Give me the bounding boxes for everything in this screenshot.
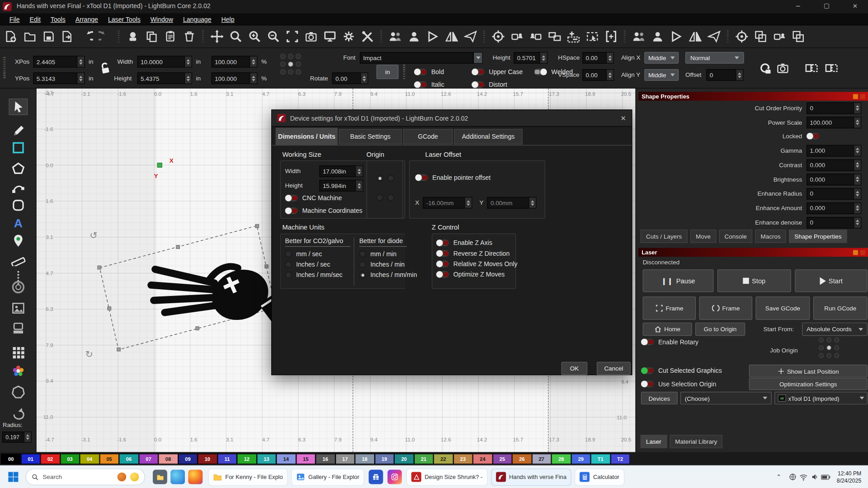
property-spinner[interactable] <box>854 216 861 228</box>
radius-spinner[interactable] <box>24 432 32 442</box>
cut-selected-graphics-toggle[interactable]: Cut Selected Graphics <box>641 367 722 374</box>
position-pin-tool[interactable] <box>9 232 28 249</box>
upper-case-toggle[interactable]: Upper Case <box>472 69 523 75</box>
ypos-field[interactable]: 5.3143 <box>33 72 77 84</box>
layer-color-chip[interactable]: 26 <box>512 454 532 464</box>
stop-button[interactable]: Stop <box>717 269 791 292</box>
job-origin-grid[interactable] <box>819 338 839 358</box>
selection-handle[interactable] <box>98 266 102 270</box>
weld-icon[interactable] <box>125 29 140 44</box>
taskbar-app-lightburn[interactable]: Hands with verse Fina <box>491 469 572 486</box>
offset-x-spinner[interactable] <box>465 197 472 209</box>
dialog-close-icon[interactable]: ✕ <box>621 114 626 122</box>
layer-color-chip[interactable]: 05 <box>99 454 119 464</box>
screens-icon[interactable] <box>547 29 562 44</box>
save-icon[interactable] <box>41 29 56 44</box>
height-field[interactable]: 5.4375 <box>137 72 185 84</box>
new-file-icon[interactable] <box>3 29 18 44</box>
rotate-handle-bottom[interactable]: ↻ <box>85 348 93 360</box>
unit-radio-option[interactable]: mm / sec <box>285 251 343 258</box>
layer-color-chip[interactable]: 07 <box>139 454 158 464</box>
vspace-field[interactable]: 0.00 <box>582 69 607 81</box>
tab-additional-settings[interactable]: Additional Settings <box>454 129 523 144</box>
layer-color-chip[interactable]: 08 <box>158 454 178 464</box>
layer-color-chip[interactable]: 09 <box>178 454 198 464</box>
layer-color-chip[interactable]: 15 <box>296 454 315 464</box>
property-field[interactable]: 0.000 <box>807 202 854 214</box>
ok-button[interactable]: OK <box>561 362 588 375</box>
origin-marker[interactable] <box>157 163 162 168</box>
property-spinner[interactable] <box>854 117 861 128</box>
open-file-icon[interactable] <box>22 29 37 44</box>
start-button[interactable] <box>8 471 19 482</box>
rectangle-tool[interactable] <box>9 140 28 156</box>
float-dock-icon[interactable] <box>853 250 858 255</box>
stamp-tool[interactable] <box>9 320 28 337</box>
tab-dimensions-units[interactable]: Dimensions / Units <box>276 128 338 145</box>
menu-language[interactable]: Language <box>178 14 217 24</box>
taskbar-app-gallery[interactable]: Gallery - File Explor <box>291 469 364 486</box>
optimization-settings-button[interactable]: Optimization Settings <box>749 378 868 390</box>
close-button[interactable]: ✕ <box>853 3 858 10</box>
maximize-button[interactable]: ▢ <box>824 2 830 9</box>
search-box[interactable]: Search <box>25 469 145 485</box>
tray-chevron-icon[interactable]: ⌃ <box>776 474 781 481</box>
distort-toggle[interactable]: Distort <box>472 81 507 88</box>
copy-machine3-icon[interactable] <box>791 29 806 44</box>
aligny-dropdown[interactable]: Middle <box>644 69 679 81</box>
ws-width-spinner[interactable] <box>356 165 363 177</box>
rounded-rect-tool[interactable] <box>9 197 28 214</box>
frame-brackets-icon[interactable] <box>804 60 819 75</box>
edit-nodes-tool[interactable] <box>9 179 28 196</box>
width-spinner[interactable] <box>185 56 192 68</box>
zoom-in-icon[interactable] <box>247 29 262 44</box>
select-tool[interactable] <box>9 99 28 115</box>
use-selection-origin-toggle[interactable]: Use Selection Origin <box>641 380 716 387</box>
cancel-button[interactable]: Cancel <box>597 362 631 375</box>
property-field[interactable]: 0.000 <box>807 159 854 171</box>
target2-icon[interactable] <box>734 29 749 44</box>
settings-gear-icon[interactable] <box>341 29 356 44</box>
offset-field[interactable]: 0 <box>706 69 736 81</box>
send-icon[interactable] <box>425 29 440 44</box>
font-name-dropdown[interactable]: Impact <box>360 52 473 64</box>
taskbar-app-for-kenny[interactable]: For Kenny - File Explo <box>208 469 288 486</box>
z-option-toggle[interactable]: Reverse Z Direction <box>436 250 518 257</box>
layer-color-chip[interactable]: 19 <box>374 454 394 464</box>
menu-edit[interactable]: Edit <box>25 14 46 24</box>
offset-spinner[interactable] <box>736 69 744 81</box>
dock-bottom-tab[interactable]: Material Library <box>670 435 722 448</box>
dock-tab[interactable]: Macros <box>755 230 786 243</box>
layer-color-chip[interactable]: 14 <box>276 454 296 464</box>
font-height-field[interactable]: 0.5701 <box>514 52 540 64</box>
z-option-toggle[interactable]: Relative Z Moves Only <box>436 261 518 267</box>
start-from-dropdown[interactable]: Absolute Coords <box>802 323 867 336</box>
variable-text-sync-icon[interactable] <box>757 60 772 75</box>
tray-globe-icon[interactable] <box>787 473 798 481</box>
property-field[interactable]: 0 <box>807 102 854 114</box>
polygon-tool[interactable] <box>9 160 28 177</box>
file-explorer-icon[interactable] <box>153 470 167 484</box>
dock-tab[interactable]: Cuts / Layers <box>641 230 688 243</box>
unit-radio-option[interactable]: Inches / min <box>359 261 417 268</box>
machine-coordinates-toggle[interactable]: Machine Coordinates <box>285 207 363 214</box>
layer-color-chip[interactable]: 06 <box>119 454 138 464</box>
go-to-origin-button[interactable]: Go to Origin <box>695 323 745 336</box>
selection-handle[interactable] <box>117 347 121 352</box>
layer-color-chip[interactable]: T1 <box>591 454 610 464</box>
paste-icon[interactable] <box>163 29 178 44</box>
copy-icon[interactable] <box>144 29 159 44</box>
offset-x-field[interactable]: -16.00mm <box>423 197 465 209</box>
tray-wifi-icon[interactable] <box>798 474 809 481</box>
edge-browser-icon[interactable] <box>170 470 185 484</box>
layer-color-chip[interactable]: 03 <box>60 454 80 464</box>
rotate-shape-tool[interactable] <box>9 405 28 422</box>
minimize-button[interactable]: – <box>796 2 800 10</box>
origin-radio-top-left[interactable] <box>377 175 383 182</box>
layer-color-chip[interactable]: 04 <box>80 454 99 464</box>
xpos-field[interactable]: 2.4405 <box>33 56 77 68</box>
cnc-machine-toggle[interactable]: CNC Machine <box>285 195 342 202</box>
frame-rect-button[interactable]: Frame <box>643 296 696 319</box>
layer-color-chip[interactable]: 24 <box>473 454 492 464</box>
frame-selection-icon[interactable] <box>284 29 299 44</box>
